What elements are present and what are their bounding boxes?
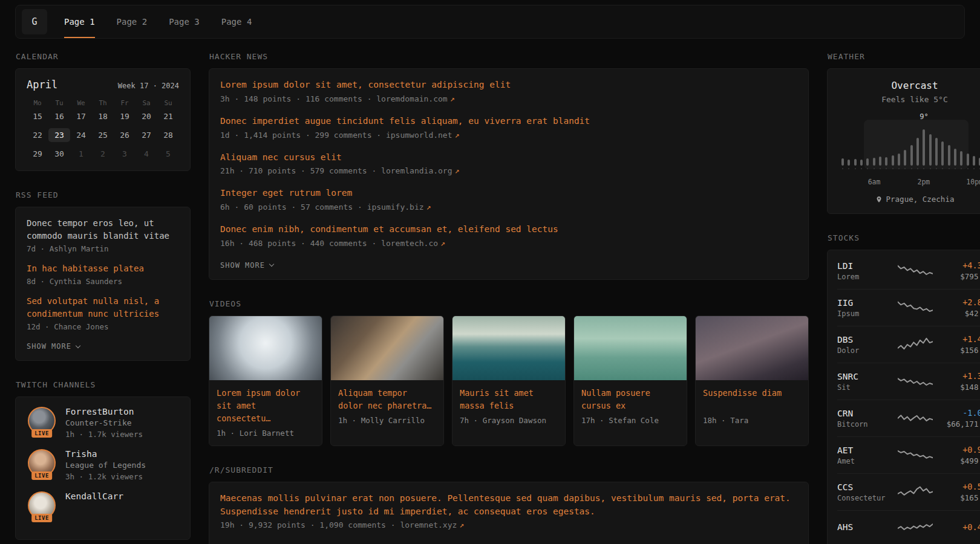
section-title-rss: RSS FEED <box>16 190 191 199</box>
calendar-day: 19 <box>114 109 136 123</box>
video-card[interactable]: Mauris sit amet massa felis 7h · Grayson… <box>452 316 566 446</box>
rss-show-more-button[interactable]: SHOW MORE <box>27 342 80 351</box>
tab-page-2[interactable]: Page 2 <box>117 5 148 38</box>
stock-change: +2.84% <box>939 297 980 307</box>
video-card[interactable]: Suspendisse diam 18h · Tara <box>695 316 809 446</box>
news-item-title[interactable]: Lorem ipsum dolor sit amet, consectetur … <box>220 79 797 92</box>
location-pin-icon <box>875 196 883 203</box>
stocks-card: LDI Lorem +4.35% $795.18 IIG Ipsum <box>827 250 980 544</box>
stock-row[interactable]: CCS Consectetur +0.51% $165.84 <box>837 473 980 510</box>
stock-id: DBS Dolor <box>837 335 892 355</box>
video-meta: 1h · Lori Barnett <box>217 429 315 438</box>
video-card[interactable]: Nullam posuere cursus ex 17h · Stefan Co… <box>573 316 687 446</box>
news-item-meta: 6h · 60 points · 57 comments · ipsumify.… <box>220 202 797 212</box>
stock-values: +1.36% $148.64 <box>939 371 980 392</box>
videos-row: Lorem ipsum dolor sit amet consectetu… 1… <box>209 316 809 446</box>
stock-change: +0.51% <box>939 482 980 491</box>
news-item-domain[interactable]: ipsumworld.net↗ <box>386 131 459 140</box>
weather-bar <box>977 123 980 169</box>
video-body: Aliquam tempor dolor nec pharetra… 1h · … <box>331 380 443 433</box>
weather-bar <box>902 123 908 169</box>
stock-change: +1.36% <box>939 371 980 381</box>
weather-peak-label: 9° <box>920 112 928 121</box>
stock-values: +2.84% $42.04 <box>939 297 980 318</box>
news-item-stats: 3h · 148 points · 116 comments · <box>220 94 371 103</box>
reddit-post-title[interactable]: Maecenas mollis pulvinar erat non posuer… <box>220 492 797 519</box>
video-title[interactable]: Mauris sit amet massa felis <box>460 387 558 412</box>
tab-page-4[interactable]: Page 4 <box>221 5 252 38</box>
stock-row[interactable]: AHS +0.46% <box>837 510 980 544</box>
video-title[interactable]: Nullam posuere cursus ex <box>581 387 679 412</box>
news-item-domain[interactable]: loremtech.co↗ <box>381 239 445 248</box>
rss-item-meta: 8d · Cynthia Saunders <box>27 277 179 286</box>
news-item-domain[interactable]: loremdomain.com↗ <box>376 94 454 103</box>
rss-item-meta: 7d · Ashlyn Martin <box>27 244 179 253</box>
twitch-channel-info: ForrestBurton Counter-Strike 1h · 1.7k v… <box>65 407 143 439</box>
stock-values: +0.92% $499.72 <box>939 445 980 465</box>
weather-bar <box>965 123 971 169</box>
weather-bar <box>877 123 883 169</box>
reddit-post-domain[interactable]: loremnet.xyz↗ <box>400 520 464 529</box>
stock-row[interactable]: SNRC Sit +1.36% $148.64 <box>837 363 980 400</box>
tab-page-1[interactable]: Page 1 <box>64 5 95 38</box>
weather-bar <box>927 123 933 169</box>
video-card[interactable]: Aliquam tempor dolor nec pharetra… 1h · … <box>330 316 444 446</box>
section-title-hackernews: HACKER NEWS <box>209 52 809 61</box>
weather-bar <box>852 123 858 169</box>
stock-values: +0.51% $165.84 <box>939 482 980 502</box>
weather-location-text: Prague, Czechia <box>886 195 955 204</box>
twitch-channel-row[interactable]: LIVE KendallCarr <box>27 491 179 519</box>
video-thumbnail[interactable] <box>452 316 565 380</box>
video-thumbnail[interactable] <box>696 316 808 380</box>
rss-item-title[interactable]: Sed volutpat nulla nisl, a condimentum n… <box>27 295 179 320</box>
twitch-channel-info: Trisha League of Legends 3h · 1.2k viewe… <box>65 449 146 481</box>
video-title[interactable]: Lorem ipsum dolor sit amet consectetu… <box>217 387 315 425</box>
news-item-title[interactable]: Aliquam nec cursus elit <box>220 151 797 164</box>
stock-row[interactable]: LDI Lorem +4.35% $795.18 <box>837 253 980 289</box>
news-item-domain[interactable]: loremlandia.org↗ <box>381 166 459 175</box>
news-item-title[interactable]: Integer eget rutrum lorem <box>220 187 797 200</box>
dashboard-content: CALENDAR April Week 17 · 2024 Mo Tu We T… <box>0 39 980 544</box>
news-item: Donec enim nibh, condimentum et accumsan… <box>220 223 797 248</box>
news-item-title[interactable]: Donec imperdiet augue tincidunt felis al… <box>220 115 797 128</box>
stock-values: -1.00% $66,171.48 <box>939 408 980 429</box>
app-logo[interactable]: G <box>22 9 47 34</box>
reddit-post: Maecenas mollis pulvinar erat non posuer… <box>220 492 797 530</box>
news-item-domain[interactable]: ipsumify.biz↗ <box>367 202 431 212</box>
weather-bar <box>971 123 977 169</box>
stock-sparkline <box>898 409 933 427</box>
weather-bars <box>840 123 980 169</box>
stock-id: SNRC Sit <box>837 372 892 392</box>
top-nav: G Page 1 Page 2 Page 3 Page 4 <box>15 5 965 39</box>
rss-item-title[interactable]: In hac habitasse platea <box>27 262 179 275</box>
video-thumbnail[interactable] <box>209 316 322 380</box>
news-item: Aliquam nec cursus elit 21h · 710 points… <box>220 151 797 176</box>
video-card[interactable]: Lorem ipsum dolor sit amet consectetu… 1… <box>209 316 322 446</box>
news-item-title[interactable]: Donec enim nibh, condimentum et accumsan… <box>220 223 797 236</box>
weather-bar <box>864 123 871 169</box>
hackernews-show-more-button[interactable]: SHOW MORE <box>220 261 273 270</box>
twitch-avatar-wrap: LIVE <box>27 407 57 435</box>
stock-row[interactable]: DBS Dolor +1.42% $156.28 <box>837 326 980 363</box>
stock-row[interactable]: CRN Bitcorn -1.00% $66,171.48 <box>837 400 980 436</box>
twitch-channel-row[interactable]: LIVE Trisha League of Legends 3h · 1.2k … <box>27 449 179 481</box>
weekday-label: Su <box>157 99 179 109</box>
stock-row[interactable]: IIG Ipsum +2.84% $42.04 <box>837 289 980 326</box>
stock-ticker: CCS <box>837 482 892 492</box>
tab-page-3[interactable]: Page 3 <box>169 5 200 38</box>
video-thumbnail[interactable] <box>331 316 443 380</box>
weather-bar <box>939 123 946 169</box>
subreddit-card: Maecenas mollis pulvinar erat non posuer… <box>209 482 809 544</box>
external-link-icon: ↗ <box>459 520 464 529</box>
stock-row[interactable]: AET Amet +0.92% $499.72 <box>837 436 980 473</box>
twitch-channel-row[interactable]: LIVE ForrestBurton Counter-Strike 1h · 1… <box>27 407 179 439</box>
rss-item-title[interactable]: Donec tempor eros leo, ut commodo mauris… <box>27 217 179 242</box>
calendar-header: April Week 17 · 2024 <box>27 79 179 91</box>
calendar-month: April <box>27 79 57 91</box>
video-title[interactable]: Aliquam tempor dolor nec pharetra… <box>338 387 436 412</box>
news-item-meta: 3h · 148 points · 116 comments · loremdo… <box>220 94 797 103</box>
video-title[interactable]: Suspendisse diam <box>703 387 801 412</box>
twitch-channel-name: Trisha <box>65 449 146 459</box>
twitch-channel-meta: 1h · 1.7k viewers <box>65 430 143 439</box>
video-thumbnail[interactable] <box>574 316 687 380</box>
